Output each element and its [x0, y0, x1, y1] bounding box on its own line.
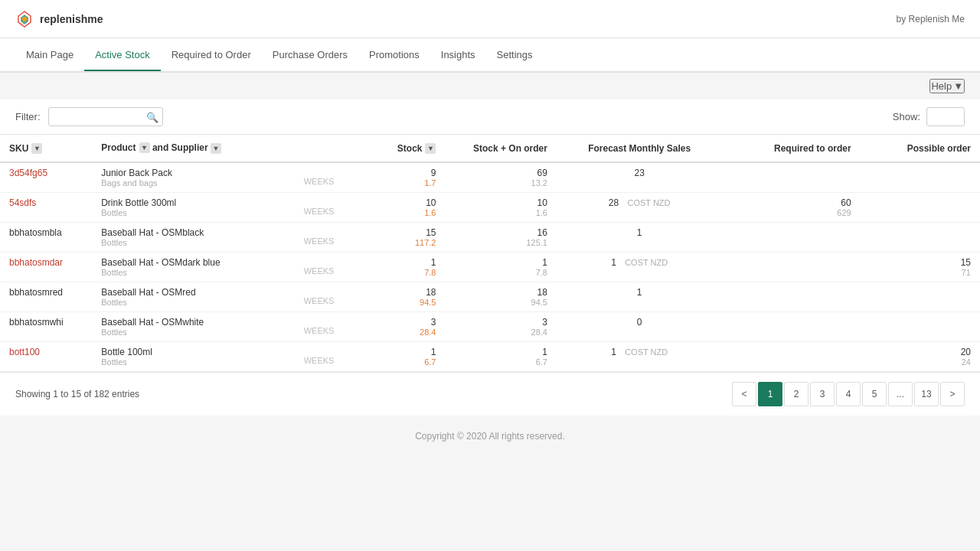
required-main: 60 — [731, 197, 851, 208]
cell-possible — [861, 223, 980, 253]
show-label: Show: — [893, 111, 920, 122]
pagination-page-4[interactable]: 4 — [836, 382, 861, 406]
col-header-possible: Possible order — [861, 135, 980, 162]
stock-plus-main: 3 — [454, 317, 547, 328]
cell-sku: bbhatosmbla — [0, 223, 92, 253]
search-icon: 🔍 — [146, 111, 158, 122]
filter-section: Filter: 🔍 — [15, 107, 163, 126]
cell-weeks: WEEKS — [295, 162, 354, 193]
cell-product: Junior Back Pack Bags and bags — [92, 162, 294, 193]
stock-table: SKU ▼ Product ▼ and Supplier ▼ Stock — [0, 135, 980, 372]
col-header-stock: Stock ▼ — [353, 135, 445, 162]
pagination-page-13[interactable]: 13 — [914, 382, 939, 406]
nav-promotions[interactable]: Promotions — [358, 40, 430, 71]
col-header-stock-on-order: Stock + On order — [445, 135, 556, 162]
required-sub: 629 — [731, 208, 851, 217]
product-sub: Bottles — [101, 268, 285, 277]
col-header-forecast: Forecast Monthly Sales — [557, 135, 722, 162]
pagination-page-...[interactable]: ... — [888, 382, 913, 406]
nav-active-stock[interactable]: Active Stock — [84, 40, 161, 71]
forecast-value: 1 — [611, 257, 616, 268]
forecast-value: 28 — [609, 197, 619, 208]
help-caret-icon: ▼ — [953, 80, 963, 92]
help-button[interactable]: Help ▼ — [929, 79, 965, 93]
cell-product: Baseball Hat - OSMred Bottles — [92, 282, 294, 312]
logo-icon — [15, 10, 34, 28]
cell-weeks: WEEKS — [295, 312, 354, 342]
table-row: bbhatosmwhi Baseball Hat - OSMwhite Bott… — [0, 312, 980, 342]
stock-plus-sub: 125.1 — [454, 238, 547, 247]
sku-sort-icon[interactable]: ▼ — [31, 143, 42, 154]
cost-nzd: COST NZD — [625, 258, 668, 267]
cell-required — [722, 253, 860, 282]
pagination-page-1[interactable]: 1 — [758, 382, 782, 406]
possible-sub: 24 — [870, 357, 971, 367]
stock-main: 3 — [362, 317, 436, 328]
stock-main: 9 — [362, 168, 436, 178]
app-tagline: by Replenish Me — [897, 14, 965, 24]
possible-main: 15 — [870, 257, 971, 268]
pagination-page-2[interactable]: 2 — [784, 382, 808, 406]
cell-sku[interactable]: bbhatosmdar — [0, 253, 92, 282]
stock-plus-sub: 13.2 — [454, 178, 547, 187]
cell-product: Drink Bottle 300ml Bottles — [92, 193, 294, 223]
cell-stock: 1 6.7 — [353, 342, 445, 372]
cell-product: Baseball Hat - OSMblack Bottles — [92, 223, 294, 253]
stock-plus-main: 1 — [454, 257, 547, 268]
pagination-controls: <12345...13> — [732, 382, 965, 406]
pagination-next[interactable]: > — [940, 382, 965, 406]
cell-sku[interactable]: bott100 — [0, 342, 92, 372]
cell-stock: 1 7.8 — [353, 253, 445, 282]
cell-possible: 15 71 — [861, 253, 980, 282]
stock-plus-sub: 94.5 — [454, 298, 547, 307]
header: replenishme by Replenish Me — [0, 0, 980, 38]
stock-plus-sub: 1.6 — [454, 208, 547, 217]
cell-stock: 15 117.2 — [353, 223, 445, 253]
show-input[interactable] — [926, 107, 965, 126]
forecast-value: 1 — [637, 227, 642, 238]
cell-required — [722, 342, 860, 372]
possible-sub: 71 — [870, 268, 971, 277]
cell-product: Baseball Hat - OSMwhite Bottles — [92, 312, 294, 342]
product-name: Baseball Hat - OSMred — [101, 287, 285, 298]
stock-plus-main: 69 — [454, 168, 547, 178]
product-sub: Bags and bags — [101, 178, 285, 187]
footer: Copyright © 2020 All rights reserved. — [0, 416, 980, 457]
product-sub: Bottles — [101, 328, 285, 337]
cell-required — [722, 282, 860, 312]
pagination-page-3[interactable]: 3 — [810, 382, 835, 406]
table-row: 3d54fg65 Junior Back Pack Bags and bags … — [0, 162, 980, 193]
product-name: Drink Bottle 300ml — [101, 197, 285, 208]
pagination-prev[interactable]: < — [732, 382, 756, 406]
supplier-sort-icon[interactable]: ▼ — [211, 143, 221, 154]
stock-main: 1 — [362, 347, 436, 357]
filter-label: Filter: — [15, 111, 41, 122]
stock-main: 10 — [362, 197, 436, 208]
nav-insights[interactable]: Insights — [430, 40, 486, 71]
nav-main-page[interactable]: Main Page — [15, 40, 84, 71]
cell-weeks: WEEKS — [295, 253, 354, 282]
nav-required-to-order[interactable]: Required to Order — [161, 40, 262, 71]
stock-plus-main: 16 — [454, 227, 547, 238]
cell-sku[interactable]: 54sdfs — [0, 193, 92, 223]
nav-settings[interactable]: Settings — [486, 40, 544, 71]
stock-plus-main: 10 — [454, 197, 547, 208]
cell-sku[interactable]: 3d54fg65 — [0, 162, 92, 193]
stock-sub: 6.7 — [362, 357, 436, 367]
stock-sort-icon[interactable]: ▼ — [425, 143, 436, 154]
cell-required — [722, 312, 860, 342]
entries-info: Showing 1 to 15 of 182 entries — [15, 389, 139, 399]
cell-possible: 20 24 — [861, 342, 980, 372]
pagination-page-5[interactable]: 5 — [862, 382, 887, 406]
cell-forecast: 23 — [557, 162, 722, 193]
cell-required — [722, 223, 860, 253]
forecast-value: 1 — [611, 347, 616, 357]
product-sort-icon[interactable]: ▼ — [139, 142, 150, 153]
cell-stock-plus: 69 13.2 — [445, 162, 556, 193]
cost-nzd: COST NZD — [627, 198, 670, 207]
nav-purchase-orders[interactable]: Purchase Orders — [262, 40, 358, 71]
col-header-weeks — [295, 135, 354, 162]
product-name: Bottle 100ml — [101, 347, 285, 357]
footer-text: Copyright © 2020 All rights reserved. — [415, 431, 565, 442]
show-section: Show: — [893, 107, 965, 126]
